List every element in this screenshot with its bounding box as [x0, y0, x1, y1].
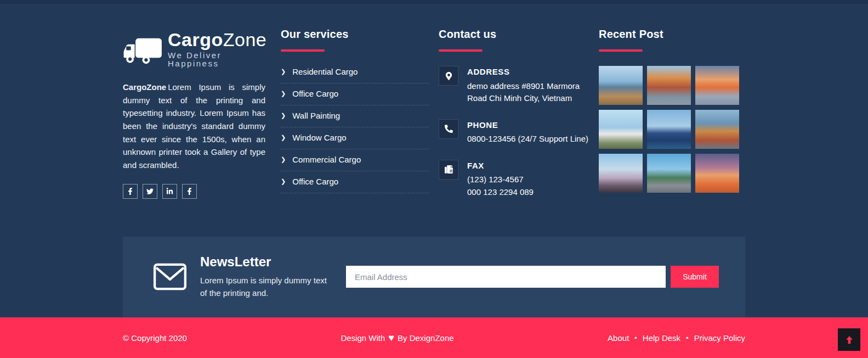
post-thumbnail[interactable] — [647, 110, 691, 149]
service-link[interactable]: Window Cargo — [292, 133, 346, 142]
submit-button[interactable]: Submit — [671, 266, 719, 288]
post-thumbnail[interactable] — [695, 110, 739, 149]
contact-phone: PHONE 0800-123456 (24/7 Support Line) — [439, 119, 589, 146]
fax-number: (123) 123-4567 — [467, 174, 534, 186]
chevron-right-icon: ❯ — [281, 134, 286, 141]
footer-link-help-desk[interactable]: Help Desk — [643, 333, 680, 343]
address-label: ADDRESS — [467, 66, 580, 79]
fax-label: FAX — [467, 160, 534, 172]
footer-column-contact: Contact us ADDRESS demo address #8901 Ma… — [429, 28, 589, 212]
footer-column-recent-posts: Recent Post — [589, 28, 745, 212]
brand-name: CargoZone — [168, 29, 266, 50]
post-thumbnail[interactable] — [599, 110, 643, 149]
address-line: Road Chi Minh City, Vietnam — [467, 92, 580, 105]
post-thumbnail[interactable] — [599, 66, 643, 105]
chevron-right-icon: ❯ — [281, 178, 286, 185]
envelope-icon — [153, 263, 187, 290]
service-link[interactable]: Office Cargo — [292, 177, 338, 186]
brand-logo[interactable]: CargoZone We Deliver Happiness — [123, 30, 271, 68]
newsletter-title: NewsLetter — [200, 254, 329, 270]
chevron-right-icon: ❯ — [281, 112, 286, 119]
contact-title: Contact us — [439, 28, 589, 41]
service-item: ❯Office Cargo — [281, 83, 429, 105]
post-thumbnail[interactable] — [599, 154, 643, 193]
newsletter-panel: NewsLetter Lorem Ipsum is simply dummy t… — [123, 237, 745, 317]
email-input[interactable] — [346, 266, 666, 288]
phone-number: 0800-123456 (24/7 Support Line) — [467, 133, 588, 146]
phone-icon — [445, 125, 453, 133]
chevron-right-icon: ❯ — [281, 156, 286, 163]
arrow-up-icon — [844, 334, 855, 345]
social-links — [123, 184, 271, 199]
fax-icon — [445, 165, 453, 174]
top-divider — [0, 0, 868, 4]
contact-address: ADDRESS demo address #8901 Marmora Road … — [439, 66, 589, 105]
twitter-icon[interactable] — [143, 184, 157, 199]
service-link[interactable]: Commercial Cargo — [292, 155, 361, 164]
footer-links: About • Help Desk • Privacy Policy — [608, 333, 745, 343]
services-list: ❯Residential Cargo ❯Office Cargo ❯Wall P… — [281, 66, 429, 193]
about-text: CargoZoneLorem Ipsum is simply dummy tex… — [123, 81, 265, 172]
post-thumbnail[interactable] — [695, 154, 739, 193]
scroll-to-top-button[interactable] — [838, 328, 860, 351]
service-item: ❯Wall Painting — [281, 105, 429, 127]
post-thumbnail[interactable] — [647, 66, 691, 105]
accent-underline — [439, 49, 483, 52]
recent-posts-grid — [599, 66, 745, 193]
contact-fax: FAX (123) 123-4567 000 123 2294 089 — [439, 160, 589, 199]
bullet-separator: • — [634, 334, 637, 342]
brand-tagline: We Deliver Happiness — [168, 51, 271, 68]
fax-number: 000 123 2294 089 — [467, 186, 534, 199]
accent-underline — [281, 49, 325, 52]
copyright-text: © Copyright 2020 — [123, 333, 187, 343]
service-item: ❯Office Cargo — [281, 171, 429, 193]
about-lead: CargoZone — [123, 82, 166, 92]
credit-text: Design With ♥ By DexignZone — [341, 333, 453, 343]
service-link[interactable]: Wall Painting — [292, 111, 340, 120]
newsletter-form: Submit — [346, 266, 719, 288]
post-thumbnail[interactable] — [695, 66, 739, 105]
service-item: ❯Window Cargo — [281, 127, 429, 149]
services-title: Our services — [281, 28, 429, 41]
heart-icon: ♥ — [388, 333, 394, 343]
facebook-icon[interactable] — [123, 184, 138, 199]
phone-label: PHONE — [467, 119, 588, 132]
service-item: ❯Residential Cargo — [281, 66, 429, 83]
facebook-icon[interactable] — [182, 184, 197, 199]
newsletter-description: Lorem Ipsum is simply dummy text of the … — [200, 274, 329, 300]
footer-column-services: Our services ❯Residential Cargo ❯Office … — [271, 28, 429, 212]
recent-posts-title: Recent Post — [599, 28, 745, 41]
footer-link-privacy-policy[interactable]: Privacy Policy — [694, 333, 745, 343]
footer-bottom-bar: © Copyright 2020 Design With ♥ By Dexign… — [0, 317, 868, 358]
service-link[interactable]: Office Cargo — [292, 89, 338, 98]
service-item: ❯Commercial Cargo — [281, 149, 429, 171]
post-thumbnail[interactable] — [647, 154, 691, 193]
footer-widgets-section: CargoZone We Deliver Happiness CargoZone… — [0, 4, 868, 317]
linkedin-icon[interactable] — [162, 184, 177, 199]
footer-column-about: CargoZone We Deliver Happiness CargoZone… — [123, 28, 271, 212]
map-pin-icon — [445, 72, 453, 80]
truck-logo-icon — [123, 35, 163, 68]
footer-link-about[interactable]: About — [608, 333, 629, 343]
chevron-right-icon: ❯ — [281, 68, 286, 75]
service-link[interactable]: Residential Cargo — [292, 67, 358, 76]
address-line: demo address #8901 Marmora — [467, 80, 580, 93]
bullet-separator: • — [686, 334, 689, 342]
accent-underline — [599, 49, 643, 52]
chevron-right-icon: ❯ — [281, 90, 286, 97]
